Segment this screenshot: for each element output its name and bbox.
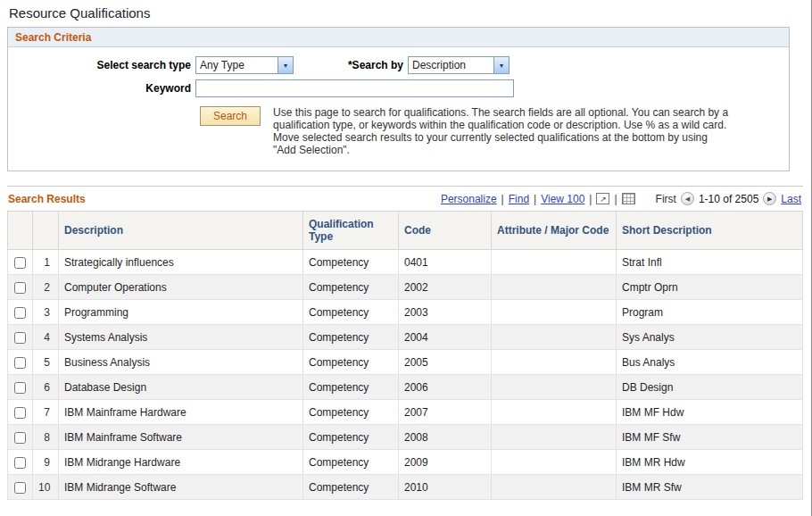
search-results-title: Search Results	[8, 193, 86, 205]
row-number: 6	[33, 375, 59, 400]
table-row: 1 Strategically influences Competency 04…	[8, 250, 803, 275]
code-cell: 2007	[399, 400, 492, 425]
row-select-checkbox[interactable]	[14, 332, 26, 344]
row-select-checkbox[interactable]	[14, 482, 26, 494]
row-number: 5	[33, 350, 59, 375]
table-header-row: Description Qualification Type Code Attr…	[8, 212, 803, 250]
row-select-checkbox[interactable]	[14, 307, 26, 319]
row-number: 3	[33, 300, 59, 325]
code-cell: 2005	[399, 350, 492, 375]
view-100-link[interactable]: View 100	[541, 193, 584, 205]
attribute-major-code-cell	[492, 400, 617, 425]
qualification-type-cell: Competency	[303, 450, 399, 475]
code-cell: 2004	[399, 325, 492, 350]
table-row: 6 Database Design Competency 2006 DB Des…	[8, 375, 803, 400]
column-header-qualification-type[interactable]: Qualification Type	[303, 212, 399, 250]
column-header-attribute-major-code[interactable]: Attribute / Major Code	[492, 212, 617, 250]
row-select-checkbox[interactable]	[14, 432, 26, 444]
qualification-type-cell: Competency	[303, 375, 399, 400]
table-row: 8 IBM Mainframe Software Competency 2008…	[8, 425, 803, 450]
separator: |	[501, 193, 504, 205]
row-select-checkbox[interactable]	[14, 382, 26, 394]
description-cell: IBM Midrange Hardware	[59, 450, 303, 475]
search-results-section: Search Results Personalize | Find | View…	[7, 186, 803, 500]
attribute-major-code-cell	[492, 450, 617, 475]
qualification-type-cell: Competency	[303, 475, 399, 500]
keyword-label: Keyword	[17, 82, 195, 95]
row-select-checkbox[interactable]	[14, 357, 26, 369]
next-arrow-icon[interactable]: ▶	[763, 192, 776, 205]
download-grid-icon[interactable]	[622, 193, 635, 204]
attribute-major-code-cell	[492, 375, 617, 400]
attribute-major-code-cell	[492, 300, 617, 325]
first-label: First	[656, 193, 676, 205]
keyword-input[interactable]	[195, 79, 514, 97]
find-link[interactable]: Find	[509, 193, 529, 205]
last-link[interactable]: Last	[781, 193, 801, 205]
description-cell: IBM Mainframe Hardware	[59, 400, 303, 425]
row-number: 7	[33, 400, 59, 425]
search-type-selected-value: Any Type	[196, 57, 278, 73]
row-number: 1	[33, 250, 59, 275]
previous-arrow-icon: ◀	[681, 192, 694, 205]
table-row: 3 Programming Competency 2003 Program	[8, 300, 803, 325]
table-row: 9 IBM Midrange Hardware Competency 2009 …	[8, 450, 803, 475]
pagination: First ◀ 1-10 of 2505 ▶ Last	[656, 192, 801, 205]
select-search-type-label: Select search type	[17, 59, 195, 71]
qualification-type-cell: Competency	[303, 250, 399, 275]
row-range-label: 1-10 of 2505	[699, 193, 758, 205]
table-row: 4 Systems Analysis Competency 2004 Sys A…	[8, 325, 803, 350]
table-row: 5 Business Analysis Competency 2005 Bus …	[8, 350, 803, 375]
qualification-type-cell: Competency	[303, 400, 399, 425]
column-header-short-description[interactable]: Short Description	[617, 212, 803, 250]
table-row: 7 IBM Mainframe Hardware Competency 2007…	[8, 400, 803, 425]
separator: |	[534, 193, 536, 205]
row-select-checkbox[interactable]	[14, 282, 26, 294]
code-cell: 2010	[399, 475, 492, 500]
row-number: 8	[33, 425, 59, 450]
row-select-checkbox[interactable]	[14, 407, 26, 419]
column-header-description[interactable]: Description	[59, 212, 303, 250]
qualification-type-cell: Competency	[303, 425, 399, 450]
chevron-down-icon: ▼	[493, 57, 509, 73]
search-by-selected-value: Description	[409, 57, 493, 73]
row-number: 10	[33, 475, 59, 500]
attribute-major-code-cell	[492, 325, 617, 350]
short-description-cell: IBM MR Sfw	[617, 475, 803, 500]
attribute-major-code-cell	[492, 250, 617, 275]
code-cell: 2002	[399, 275, 492, 300]
short-description-cell: IBM MF Hdw	[617, 400, 803, 425]
personalize-link[interactable]: Personalize	[441, 193, 497, 205]
popout-zoom-icon[interactable]: ↗	[596, 193, 609, 204]
search-by-label: *Search by	[294, 59, 408, 71]
short-description-cell: Program	[617, 300, 803, 325]
search-button[interactable]: Search	[200, 106, 261, 126]
short-description-cell: DB Design	[617, 375, 803, 400]
attribute-major-code-cell	[492, 475, 617, 500]
search-by-select[interactable]: Description ▼	[408, 56, 510, 74]
description-cell: Computer Operations	[59, 275, 303, 300]
table-row: 2 Computer Operations Competency 2002 Cm…	[8, 275, 803, 300]
search-criteria-title: Search Criteria	[15, 31, 91, 44]
separator: |	[589, 193, 592, 205]
description-cell: IBM Mainframe Software	[59, 425, 303, 450]
results-table: Description Qualification Type Code Attr…	[7, 211, 803, 500]
search-criteria-header: Search Criteria	[8, 28, 789, 47]
short-description-cell: IBM MF Sfw	[617, 425, 803, 450]
row-select-checkbox[interactable]	[14, 257, 26, 269]
code-cell: 2008	[399, 425, 492, 450]
search-criteria-form: Select search type Any Type ▼ *Search by…	[8, 47, 789, 171]
search-results-header: Search Results Personalize | Find | View…	[7, 187, 803, 211]
search-type-select[interactable]: Any Type ▼	[195, 56, 294, 74]
attribute-major-code-cell	[492, 425, 617, 450]
code-cell: 2006	[399, 375, 492, 400]
row-number: 9	[33, 450, 59, 475]
code-cell: 0401	[399, 250, 492, 275]
number-column-header	[33, 212, 59, 250]
column-header-code[interactable]: Code	[399, 212, 492, 250]
description-cell: Systems Analysis	[59, 325, 303, 350]
row-select-checkbox[interactable]	[14, 457, 26, 469]
page: { "page": { "title": "Resource Qualifica…	[0, 0, 812, 516]
row-number: 4	[33, 325, 59, 350]
description-cell: Business Analysis	[59, 350, 303, 375]
